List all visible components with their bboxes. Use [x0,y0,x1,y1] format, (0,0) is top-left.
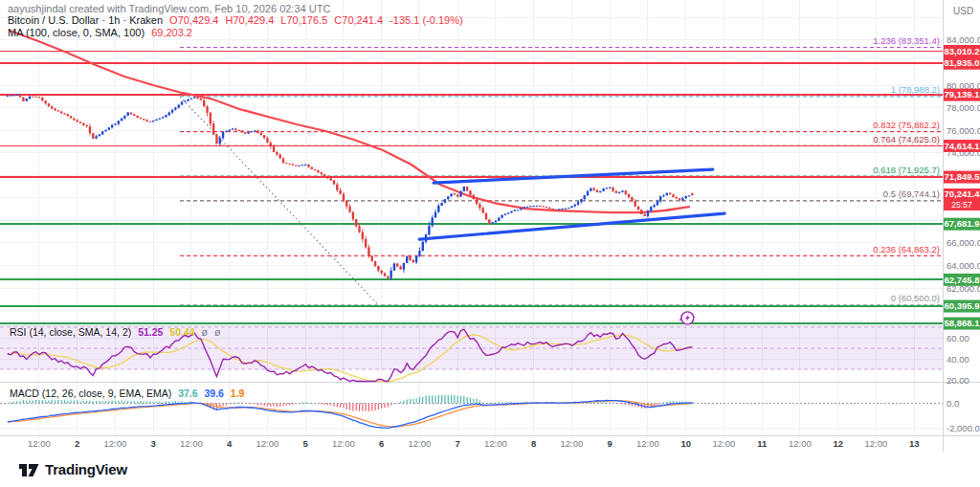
macd-histogram-bar [600,402,601,403]
candle-body [85,125,87,126]
macd-histogram-bar [67,401,68,404]
tradingview-logo[interactable]: TradingView [19,461,127,478]
rsi-label: RSI (14, close, SMA, 14, 2) [10,326,131,338]
chart-background [0,0,980,452]
candle-body [422,242,424,251]
macd-histogram-bar [178,402,179,404]
candle-body [60,111,62,113]
rsi-legend[interactable]: RSI (14, close, SMA, 14, 2) 51.25 50.44 … [10,326,224,338]
ma-legend[interactable]: MA (100, close, 0, SMA, 100) 69,203.2 [8,27,196,38]
candle-body [368,247,369,255]
candle-body [326,176,328,178]
macd-histogram-bar [444,395,445,404]
macd-histogram-bar [29,400,30,403]
candle-body [406,256,408,263]
candle-body [314,169,316,170]
candle-body [599,191,601,192]
candle-body [574,205,576,207]
candle-body [38,97,40,98]
candle-body [178,104,180,107]
candle-body [517,210,519,210]
candle-body [10,95,11,96]
macd-axis-tick: -2,000.0 [947,423,980,433]
ma-label: MA (100, close, 0, SMA, 100) [8,27,145,38]
macd-histogram-bar [657,404,657,405]
macd-histogram-bar [434,396,435,404]
macd-histogram-bar [412,399,413,403]
candle-body [355,219,357,226]
candle-body [317,170,319,172]
candle-body [311,167,313,169]
candle-body [514,210,516,210]
time-axis-day-label: 5 [303,438,309,449]
fib-level-label: 0.832 (75,882.2) [873,120,940,130]
candle-body [621,190,623,191]
resistance-price-label: 79,139.1 [945,89,980,100]
candle-body [482,208,484,212]
macd-histogram-bar [374,404,375,410]
candle-body [362,232,364,239]
candle-body [215,135,217,144]
macd-histogram-bar [323,404,324,406]
ohlc-low: L70,176.5 [280,14,327,26]
symbol-legend[interactable]: Bitcoin / U.S. Dollar · 1h · Kraken O70,… [8,14,467,26]
candle-body [485,213,487,220]
time-axis-day-label: 6 [379,438,384,449]
candle-body [184,101,186,102]
candle-body [187,100,189,101]
candle-body [533,206,535,207]
candle-body [393,264,395,271]
candle-body [685,196,687,198]
candle-body [219,138,221,144]
candle-body [57,110,59,111]
candle-body [149,122,151,122]
candle-body [371,255,373,261]
time-axis-day-label: 13 [909,438,920,449]
fib-level-label: 0.236 (64,863.2) [873,244,940,255]
candle-countdown: 25:57 [951,200,972,210]
candle-body [343,194,345,201]
candle-body [491,222,493,223]
candle-body [542,206,544,207]
time-axis-day-label: 10 [680,438,691,449]
candle-body [7,96,9,97]
tradingview-logo-icon [19,461,40,478]
chart-canvas[interactable]: 84,000.080,000.078,000.076,000.074,000.0… [0,0,980,452]
time-axis-hour-label: 12:00 [561,438,584,449]
macd-histogram-bar [42,400,43,403]
macd-histogram-bar [251,404,252,405]
time-axis-hour-label: 12:00 [865,438,888,449]
candle-body [99,134,100,136]
candle-body [628,194,630,197]
macd-histogram-bar [397,403,398,404]
macd-histogram-bar [438,395,439,404]
macd-histogram-bar [248,404,249,405]
candle-body [488,219,490,223]
macd-legend[interactable]: MACD (12, 26, close, 9, EMA, EMA) 37.6 3… [10,387,248,399]
tradingview-logo-text: TradingView [45,461,127,477]
candle-body [507,212,509,213]
macd-histogram-bar [343,404,344,409]
time-axis-day-label: 12 [833,438,843,449]
macd-histogram-bar [175,401,176,403]
candle-body [612,188,613,191]
time-axis-hour-label: 12:00 [332,438,355,449]
macd-histogram-bar [419,397,420,404]
currency-label: USD [953,6,973,16]
current-price-label: 70,241.4 [945,188,980,199]
candle-body [101,131,103,134]
support-price-label: 67,681.9 [945,218,980,229]
candle-body [136,116,138,118]
ohlc-high: H70,429.4 [226,14,275,26]
support-price-label: 62,745.8 [945,275,980,285]
macd-histogram-bar [308,403,309,404]
candle-body [558,209,560,210]
candle-body [155,120,157,121]
candle-body [635,201,636,207]
candle-body [82,123,84,125]
candle-body [89,126,91,133]
candle-body [580,199,582,202]
macd-histogram-bar [86,401,87,404]
candle-body [54,108,56,110]
time-axis-hour-label: 12:00 [484,438,507,449]
